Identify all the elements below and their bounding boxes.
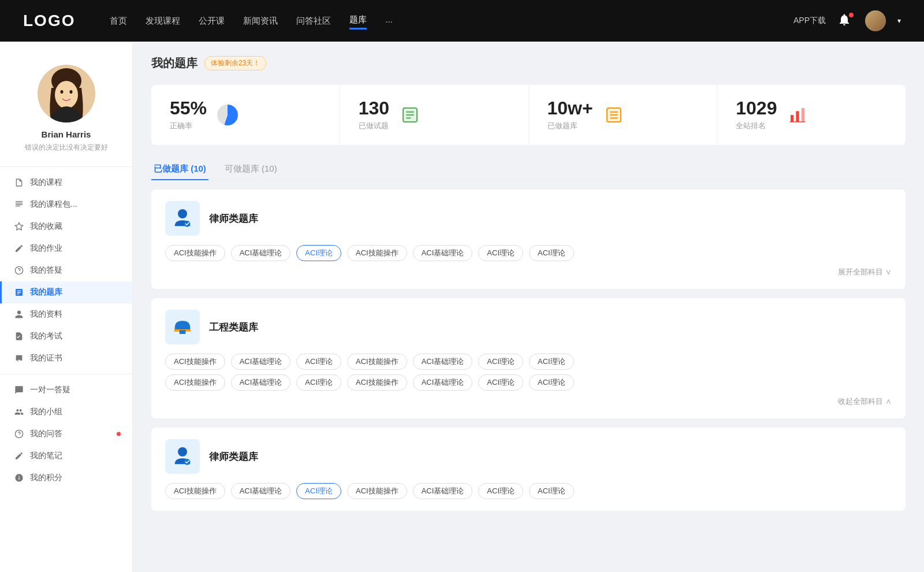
sidebar-item-tutoring[interactable]: 一对一答疑: [0, 379, 132, 401]
tag-1[interactable]: ACI基础理论: [231, 245, 291, 261]
lawyer-svg-icon: [171, 207, 194, 230]
l2-tag-2[interactable]: ACI理论: [296, 483, 341, 499]
tag-2[interactable]: ACI理论: [296, 245, 341, 261]
eng-tag-2[interactable]: ACI理论: [296, 354, 341, 370]
eng-tag-7[interactable]: ACI技能操作: [165, 374, 225, 391]
sidebar-qa-mine-label: 我的答疑: [30, 265, 62, 276]
eng-tag-13[interactable]: ACI理论: [529, 374, 574, 391]
bank-title-lawyer-2: 律师类题库: [209, 450, 258, 463]
eng-tag-6[interactable]: ACI理论: [529, 354, 574, 370]
sidebar-exam-label: 我的考试: [30, 331, 62, 341]
l2-tag-0[interactable]: ACI技能操作: [165, 483, 225, 499]
notification-bell[interactable]: [837, 13, 854, 29]
sidebar-item-profile[interactable]: 我的资料: [0, 303, 132, 325]
sidebar-item-course-pkg[interactable]: 我的课程包...: [0, 194, 132, 216]
rank-icon: [786, 103, 809, 127]
collapse-link-eng[interactable]: 收起全部科目 ∧: [165, 396, 892, 407]
sidebar-item-myqa[interactable]: 我的问答: [0, 423, 132, 445]
svg-rect-27: [180, 330, 186, 334]
nav-discover[interactable]: 发现课程: [146, 13, 180, 29]
user-avatar[interactable]: [865, 10, 886, 31]
nav-open[interactable]: 公开课: [199, 13, 225, 29]
engineer-svg-icon: [171, 315, 194, 339]
nav-home[interactable]: 首页: [110, 13, 127, 29]
eng-tag-5[interactable]: ACI理论: [478, 354, 523, 370]
sidebar-points-label: 我的积分: [30, 473, 62, 483]
sidebar-item-exam[interactable]: 我的考试: [0, 325, 132, 347]
sidebar-item-course[interactable]: 我的课程: [0, 172, 132, 194]
sidebar-item-bank[interactable]: 我的题库: [0, 281, 132, 303]
course-pkg-icon: [14, 199, 24, 210]
nav-news[interactable]: 新闻资讯: [243, 13, 278, 29]
sidebar-tutoring-label: 一对一答疑: [30, 385, 70, 395]
group-icon: [14, 407, 24, 417]
correct-rate-icon: [216, 103, 239, 127]
sidebar-item-notes[interactable]: 我的笔记: [0, 445, 132, 467]
l2-tag-3[interactable]: ACI技能操作: [347, 483, 407, 499]
eng-tag-10[interactable]: ACI技能操作: [347, 374, 407, 391]
stat-correct-rate: 55% 正确率: [151, 85, 340, 145]
bank-tags-eng-row1: ACI技能操作 ACI基础理论 ACI理论 ACI技能操作 ACI基础理论 AC…: [165, 354, 892, 370]
tag-6[interactable]: ACI理论: [529, 245, 574, 261]
l2-tag-5[interactable]: ACI理论: [478, 483, 523, 499]
eng-tag-3[interactable]: ACI技能操作: [347, 354, 407, 370]
stats-row: 55% 正确率 130 已做试题: [151, 85, 906, 145]
app-download-button[interactable]: APP下载: [793, 16, 826, 26]
sidebar-item-homework[interactable]: 我的作业: [0, 237, 132, 259]
bank-card-lawyer-1: 律师类题库 ACI技能操作 ACI基础理论 ACI理论 ACI技能操作 ACI基…: [151, 190, 906, 289]
nav-links: 首页 发现课程 公开课 新闻资讯 问答社区 题库 ···: [110, 12, 793, 29]
tag-5[interactable]: ACI理论: [478, 245, 523, 261]
notes-icon: [14, 451, 24, 461]
page-header: 我的题库 体验剩余23天！: [151, 55, 906, 71]
eng-tag-8[interactable]: ACI基础理论: [231, 374, 291, 391]
page-title: 我的题库: [151, 55, 198, 71]
bank-list-icon: [605, 106, 623, 124]
sidebar-item-group[interactable]: 我的小组: [0, 401, 132, 423]
svg-marker-5: [15, 222, 23, 230]
stat-done-questions: 130 已做试题: [340, 85, 529, 145]
nav-bank[interactable]: 题库: [349, 12, 367, 29]
done-questions-icon: [398, 103, 422, 127]
svg-rect-20: [791, 115, 793, 122]
eng-tag-4[interactable]: ACI基础理论: [413, 354, 473, 370]
eng-tag-0[interactable]: ACI技能操作: [165, 354, 225, 370]
eng-tag-11[interactable]: ACI基础理论: [413, 374, 473, 391]
bank-title-eng: 工程类题库: [209, 321, 258, 334]
sidebar: Brian Harris 错误的决定比没有决定要好 我的课程 我的课程包... …: [0, 42, 133, 572]
homework-icon: [14, 243, 24, 254]
l2-tag-1[interactable]: ACI基础理论: [231, 483, 291, 499]
nav-right: APP下载 ▾: [793, 10, 901, 31]
sidebar-cert-label: 我的证书: [30, 353, 62, 363]
cert-icon: [14, 353, 24, 363]
svg-point-25: [184, 221, 191, 227]
profile-section: Brian Harris 错误的决定比没有决定要好: [0, 53, 132, 162]
bank-tags-lawyer-2: ACI技能操作 ACI基础理论 ACI理论 ACI技能操作 ACI基础理论 AC…: [165, 483, 892, 499]
navbar: LOGO 首页 发现课程 公开课 新闻资讯 问答社区 题库 ··· APP下载 …: [0, 0, 924, 42]
eng-tag-12[interactable]: ACI理论: [478, 374, 523, 391]
main-content: 我的题库 体验剩余23天！ 55% 正确率 130 已做试题: [133, 42, 924, 572]
sidebar-item-qa-mine[interactable]: 我的答疑: [0, 259, 132, 281]
stat-label-correct: 正确率: [170, 121, 207, 131]
bank-card-lawyer-2: 律师类题库 ACI技能操作 ACI基础理论 ACI理论 ACI技能操作 ACI基…: [151, 428, 906, 511]
sidebar-item-favorites[interactable]: 我的收藏: [0, 216, 132, 237]
avatar-dropdown-icon[interactable]: ▾: [897, 17, 901, 25]
expand-link-lawyer-1[interactable]: 展开全部科目 ∨: [165, 267, 892, 277]
trial-badge: 体验剩余23天！: [204, 56, 266, 70]
pie-chart-icon: [217, 105, 238, 125]
sidebar-item-cert[interactable]: 我的证书: [0, 347, 132, 369]
favorites-icon: [14, 221, 24, 232]
tab-done-banks[interactable]: 已做题库 (10): [151, 159, 208, 180]
l2-tag-6[interactable]: ACI理论: [529, 483, 574, 499]
nav-more[interactable]: ···: [385, 14, 393, 28]
tag-4[interactable]: ACI基础理论: [413, 245, 473, 261]
l2-tag-4[interactable]: ACI基础理论: [413, 483, 473, 499]
sidebar-item-points[interactable]: 我的积分: [0, 467, 132, 489]
tag-0[interactable]: ACI技能操作: [165, 245, 225, 261]
eng-tag-1[interactable]: ACI基础理论: [231, 354, 291, 370]
user-name: Brian Harris: [42, 129, 91, 139]
eng-tag-9[interactable]: ACI理论: [296, 374, 341, 391]
tab-available-banks[interactable]: 可做题库 (10): [222, 159, 280, 180]
bank-card-header-lawyer-1: 律师类题库: [165, 201, 892, 236]
nav-qa[interactable]: 问答社区: [296, 13, 331, 29]
tag-3[interactable]: ACI技能操作: [347, 245, 407, 261]
